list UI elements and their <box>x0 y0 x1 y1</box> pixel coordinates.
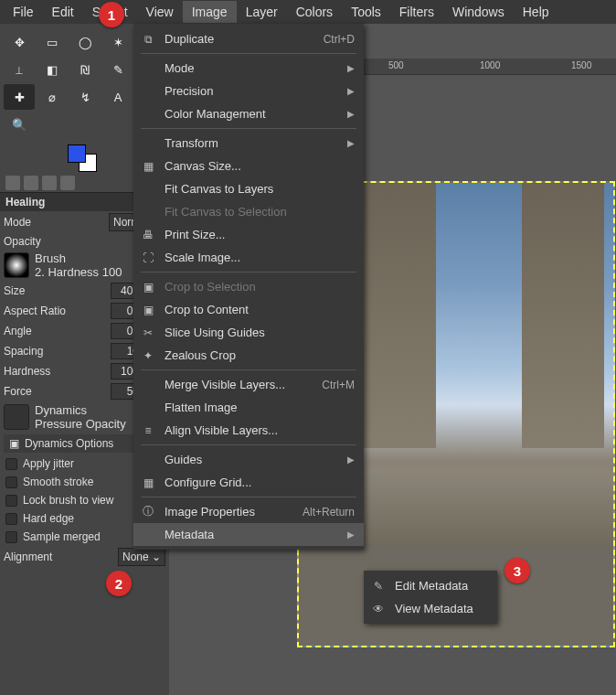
menu-guides[interactable]: Guides▶ <box>133 448 364 471</box>
menu-merge-visible-layers[interactable]: Merge Visible Layers...Ctrl+M <box>133 373 364 396</box>
annotation-badge-2: 2 <box>106 571 132 596</box>
free-select-tool[interactable]: ◯ <box>69 29 101 55</box>
menu-metadata[interactable]: Metadata▶ <box>133 523 364 546</box>
info-icon: ⓘ <box>141 504 155 519</box>
menu-edit[interactable]: Edit <box>43 1 83 23</box>
building-right <box>522 183 604 448</box>
zoom-tool[interactable]: 🔍 <box>4 112 35 137</box>
chevron-right-icon: ▶ <box>347 138 355 148</box>
text-tool[interactable]: A <box>102 84 133 110</box>
size-label: Size <box>4 284 111 297</box>
path-tool[interactable]: ↯ <box>69 84 101 110</box>
slice-icon: ✂ <box>141 326 155 339</box>
menu-edit-metadata[interactable]: ✎Edit Metadata <box>364 574 497 597</box>
menu-print-size[interactable]: 🖶Print Size... <box>133 223 364 246</box>
menu-crop-to-content[interactable]: ▣Crop to Content <box>133 298 364 321</box>
alignment-select[interactable]: None ⌄ <box>118 548 165 566</box>
chevron-right-icon: ▶ <box>347 529 355 540</box>
move-tool[interactable]: ✥ <box>4 29 35 55</box>
duplicate-icon: ⧉ <box>141 33 155 46</box>
menu-fit-canvas-selection: Fit Canvas to Selection <box>133 200 364 223</box>
menu-colors[interactable]: Colors <box>287 1 342 23</box>
menu-filters[interactable]: Filters <box>390 1 443 23</box>
menu-view-metadata[interactable]: 👁View Metadata <box>364 597 497 620</box>
canvas-size-icon: ▦ <box>141 160 155 173</box>
mode-label: Mode <box>4 216 105 229</box>
hardness-label: Hardness <box>4 365 111 378</box>
crop-icon: ▣ <box>141 281 155 294</box>
foreground-color[interactable] <box>68 144 86 163</box>
menu-color-management[interactable]: Color Management▶ <box>133 102 364 125</box>
menu-crop-to-selection: ▣Crop to Selection <box>133 275 364 298</box>
edit-icon: ✎ <box>371 580 386 593</box>
fuzzy-select-tool[interactable]: ✶ <box>102 29 133 55</box>
dynamics-thumb[interactable] <box>4 404 29 430</box>
crop-tool[interactable]: ⟂ <box>4 57 35 82</box>
image-menu-dropdown: ⧉DuplicateCtrl+D Mode▶ Precision▶ Color … <box>133 24 364 550</box>
grid-icon: ▦ <box>141 476 155 489</box>
clone-tool[interactable]: ⌀ <box>37 84 68 110</box>
metadata-submenu: ✎Edit Metadata 👁View Metadata <box>364 571 497 624</box>
brush-thumbnail[interactable] <box>4 252 29 278</box>
crop-icon: ▣ <box>141 304 155 316</box>
tab-tool-options[interactable] <box>5 176 20 190</box>
force-label: Force <box>4 385 111 398</box>
menu-slice-using-guides[interactable]: ✂Slice Using Guides <box>133 321 364 344</box>
menu-flatten-image[interactable]: Flatten Image <box>133 396 364 419</box>
aspect-label: Aspect Ratio <box>4 305 111 317</box>
print-size-icon: 🖶 <box>141 229 155 241</box>
menu-precision[interactable]: Precision▶ <box>133 80 364 102</box>
menu-canvas-size[interactable]: ▦Canvas Size... <box>133 155 364 177</box>
menubar: File Edit Select View Image Layer Colors… <box>0 0 616 24</box>
menu-align-visible-layers[interactable]: ≡Align Visible Layers... <box>133 419 364 442</box>
menu-windows[interactable]: Windows <box>443 1 514 23</box>
menu-scale-image[interactable]: ⛶Scale Image... <box>133 246 364 269</box>
spacing-label: Spacing <box>4 345 111 358</box>
align-icon: ≡ <box>141 424 155 437</box>
menu-image[interactable]: Image <box>183 1 237 23</box>
building-left <box>354 183 436 448</box>
menu-tools[interactable]: Tools <box>342 1 390 23</box>
expand-icon: ▣ <box>9 437 19 450</box>
chevron-right-icon: ▶ <box>347 454 355 465</box>
alignment-label: Alignment <box>4 551 114 563</box>
transform-tool[interactable]: ◧ <box>37 57 68 82</box>
menu-transform[interactable]: Transform▶ <box>133 132 364 155</box>
tab-undo-history[interactable] <box>42 176 57 190</box>
scale-icon: ⛶ <box>141 251 155 264</box>
rect-select-tool[interactable]: ▭ <box>37 29 68 55</box>
paintbrush-tool[interactable]: ✎ <box>102 57 133 82</box>
chevron-right-icon: ▶ <box>347 109 355 119</box>
menu-layer[interactable]: Layer <box>237 1 287 23</box>
tab-device-status[interactable] <box>24 176 38 190</box>
annotation-badge-1: 1 <box>99 2 124 27</box>
angle-label: Angle <box>4 325 111 337</box>
menu-zealous-crop[interactable]: ✦Zealous Crop <box>133 344 364 367</box>
menu-image-properties[interactable]: ⓘImage PropertiesAlt+Return <box>133 500 364 523</box>
menu-configure-grid[interactable]: ▦Configure Grid... <box>133 471 364 494</box>
tab-images[interactable] <box>60 176 75 190</box>
chevron-right-icon: ▶ <box>347 63 355 73</box>
menu-help[interactable]: Help <box>514 1 558 23</box>
view-icon: 👁 <box>371 603 386 615</box>
menu-fit-canvas-layers[interactable]: Fit Canvas to Layers <box>133 177 364 200</box>
heal-tool[interactable]: ✚ <box>4 84 35 110</box>
menu-mode[interactable]: Mode▶ <box>133 57 364 80</box>
menu-file[interactable]: File <box>4 1 43 23</box>
menu-duplicate[interactable]: ⧉DuplicateCtrl+D <box>133 27 364 50</box>
zealous-icon: ✦ <box>141 349 155 362</box>
warp-tool[interactable]: ₪ <box>69 57 101 82</box>
annotation-badge-3: 3 <box>504 558 530 583</box>
menu-view[interactable]: View <box>137 1 183 23</box>
chevron-right-icon: ▶ <box>347 86 355 96</box>
